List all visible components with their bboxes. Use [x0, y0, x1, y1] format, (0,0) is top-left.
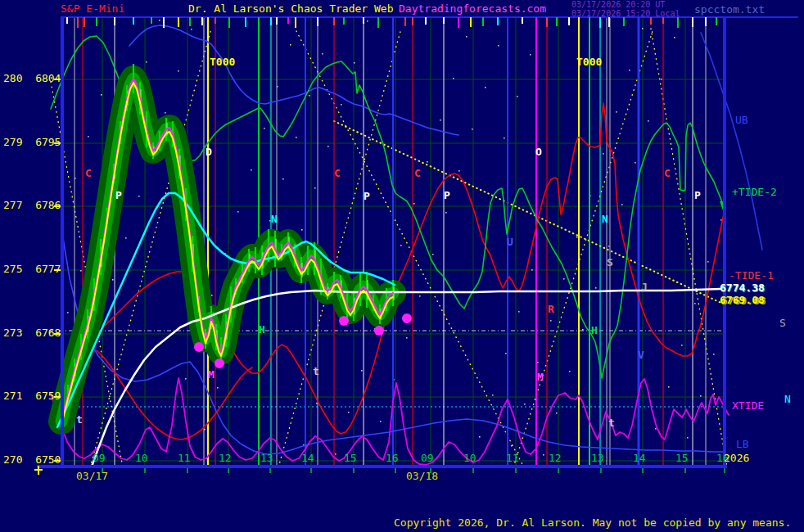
star-dot: [550, 320, 552, 322]
hour-label: 10: [463, 453, 477, 463]
letter-annotation-P: P: [115, 189, 122, 201]
star-dot: [335, 453, 337, 455]
star-dot: [569, 371, 571, 372]
star-dot: [264, 128, 265, 129]
right-label-2026: 2026: [724, 453, 749, 463]
hour-label: 14: [633, 453, 646, 463]
hour-label: 15: [675, 453, 689, 463]
star-dot: [472, 128, 473, 130]
star-dot: [635, 162, 636, 164]
star-dot: [67, 312, 69, 313]
letter-annotation-C: C: [664, 167, 671, 179]
star-dot: [616, 111, 617, 113]
star-dot: [348, 412, 350, 413]
star-dot: [556, 413, 558, 414]
star-dot: [492, 394, 494, 396]
star-dot: [629, 70, 630, 71]
price-axis-label: 271 6759: [3, 390, 61, 401]
date-label: 03/17: [76, 471, 108, 481]
star-dot: [165, 112, 166, 114]
letter-annotation-H: H: [259, 323, 265, 336]
price-axis-label: 275 6777: [3, 264, 61, 274]
right-label-ub: UB: [735, 115, 748, 125]
signal-dot: [402, 313, 412, 323]
star-dot: [380, 421, 382, 422]
copyright-notice: Copyright 2026, Dr. Al Larson. May not b…: [394, 517, 791, 528]
star-dot: [453, 78, 454, 79]
star-dot: [309, 95, 310, 97]
hour-label: 16: [386, 453, 399, 463]
star-dot: [595, 287, 597, 289]
letter-annotation-t: t: [76, 413, 83, 426]
star-dot: [296, 137, 297, 138]
letter-annotation-T000: T000: [576, 56, 602, 68]
star-dot: [687, 437, 689, 439]
star-dot: [485, 87, 486, 88]
zigzag-3: [296, 31, 524, 467]
right-label-xtide: XTIDE: [732, 400, 764, 411]
right-label-s: S: [779, 318, 786, 328]
star-dot: [191, 29, 192, 30]
right-label--tide-2: +TIDE-2: [732, 187, 777, 197]
signal-dot: [194, 342, 204, 352]
star-dot: [314, 187, 316, 189]
hour-label: 13: [260, 453, 273, 463]
star-dot: [185, 378, 187, 380]
price-axis-label: 270 6750: [3, 454, 61, 465]
star-dot: [582, 329, 584, 331]
star-dot: [661, 79, 662, 80]
letter-annotation-T000: T000: [210, 56, 235, 68]
star-dot: [427, 161, 428, 163]
star-dot: [479, 436, 481, 438]
hour-label: 11: [178, 453, 191, 463]
star-dot: [146, 61, 147, 63]
star-dot: [354, 62, 355, 64]
right-label-lb: LB: [736, 439, 749, 449]
star-dot: [498, 45, 499, 47]
star-dot: [440, 119, 441, 121]
star-dot: [563, 278, 565, 280]
star-dot: [237, 211, 239, 213]
right-label--tide-1: -TIDE-1: [729, 270, 774, 281]
star-dot: [707, 261, 709, 263]
letter-annotation-O: O: [535, 146, 542, 158]
letter-annotation-P: P: [444, 189, 450, 201]
star-dot: [322, 53, 323, 55]
star-dot: [642, 28, 644, 29]
letter-annotation-t: t: [608, 417, 615, 429]
letter-annotation-t: t: [313, 365, 319, 377]
hour-label: 11: [506, 453, 519, 463]
hour-label: 13: [591, 453, 604, 463]
letter-annotation-D: D: [206, 146, 212, 158]
star-dot: [655, 428, 657, 430]
star-dot: [178, 70, 179, 72]
price-axis-label: 277 6786: [3, 200, 61, 210]
star-dot: [217, 387, 219, 389]
signal-dot: [374, 326, 384, 336]
right-label-n: N: [784, 394, 791, 404]
price-readout: 6769.08: [720, 295, 765, 305]
signal-dot: [339, 316, 349, 326]
star-dot: [432, 254, 434, 255]
star-dot: [400, 245, 402, 246]
star-dot: [445, 212, 447, 214]
letter-annotation-C: C: [85, 167, 92, 179]
series-green-tide-2: [51, 36, 723, 378]
star-dot: [112, 279, 114, 281]
star-dot: [466, 36, 467, 38]
hour-label: 09: [421, 453, 434, 463]
letter-annotation-U: U: [507, 236, 513, 248]
letter-annotation-M: M: [537, 371, 544, 383]
letter-annotation-P: P: [364, 190, 370, 202]
letter-annotation-S: S: [607, 256, 613, 268]
star-dot: [648, 120, 649, 122]
date-label: 03/18: [406, 471, 438, 481]
star-dot: [700, 395, 702, 397]
letter-annotation-J: J: [641, 281, 648, 293]
star-dot: [367, 20, 368, 22]
series-upper-band-right: [701, 33, 762, 250]
star-dot: [720, 219, 722, 221]
star-dot: [531, 269, 533, 271]
star-dot: [88, 136, 89, 138]
hour-label: 14: [301, 453, 314, 463]
